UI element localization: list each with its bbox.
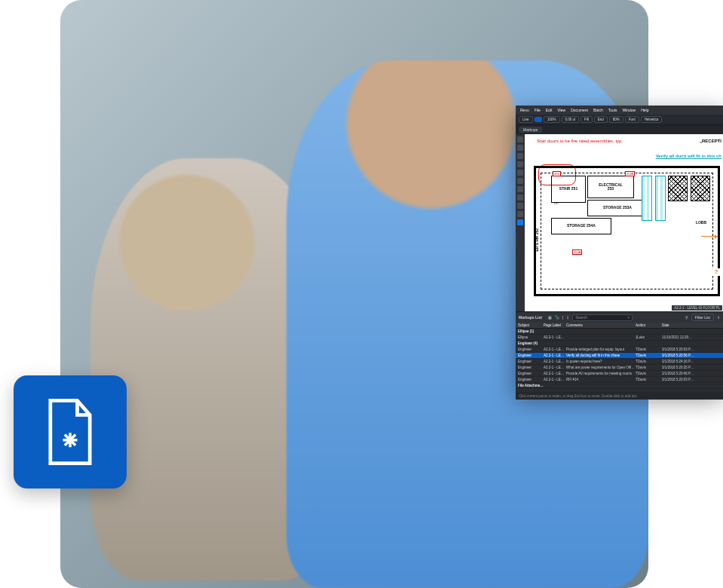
document-spark-icon (43, 399, 97, 465)
opacity-display[interactable]: 80% (609, 116, 623, 123)
duct-highlight[interactable] (642, 176, 652, 221)
menu-item[interactable]: Batch (593, 108, 603, 112)
room-label: ELECTRICAL 253 (599, 183, 623, 191)
menu-item[interactable]: Edit (546, 108, 553, 112)
line-tool-button[interactable]: Line (519, 116, 533, 123)
cell: Verify all ducting will fit in this chas… (566, 354, 636, 357)
annotation-red[interactable]: Stair doors to be fire rated assemblies,… (537, 139, 623, 144)
table-row[interactable]: Engineer A2.2-1 - LEVE… What are power r… (516, 365, 723, 371)
rail-icon[interactable] (517, 211, 523, 217)
filter-list-button[interactable]: Filter List (691, 314, 714, 321)
end-button[interactable]: End (594, 116, 608, 123)
rail-icon[interactable] (517, 194, 523, 201)
rail-icon-active[interactable] (517, 219, 523, 225)
text-reception: „RECEPTI (700, 139, 721, 143)
table-row[interactable]: Engineer A2.2-1 - LEVE… Provide AV requi… (516, 371, 723, 377)
color-swatch[interactable] (535, 117, 543, 122)
table-row-selected[interactable]: Engineer A2.2-1 - LEVE… Verify all ducti… (516, 353, 723, 359)
tool-properties-toolbar: Line 100% 0.00 ul Fill End 80% Font Helv… (516, 115, 723, 125)
annotation-cyan[interactable]: Verify all ducti will fit in this ch (656, 154, 721, 159)
clear-search-icon[interactable]: × (627, 315, 630, 320)
room-label: STORAGE 253A (603, 206, 632, 210)
col-subject[interactable]: Subject (518, 323, 544, 327)
cell: A2.2-1 - LEVE… (544, 366, 566, 369)
zoom-display[interactable]: 100% (544, 116, 560, 123)
document-tabs: Markups (516, 125, 723, 134)
cell: A2.2-1 - LEVE… (544, 372, 566, 375)
rail-icon[interactable] (517, 136, 523, 142)
room-label: STORAGE 254A (567, 224, 596, 228)
table-row[interactable]: Engineer A2.2-1 - LEVE… Provide enlarged… (516, 347, 723, 353)
font-label: Font (625, 116, 639, 123)
question-callout[interactable]: ? (712, 268, 720, 276)
cell: TDavis (636, 372, 662, 375)
rail-icon[interactable] (517, 170, 523, 176)
columns-icon[interactable]: ▦ (548, 315, 552, 320)
menu-item[interactable]: Document (571, 108, 588, 112)
room-storage-a: STORAGE 253A (587, 200, 648, 216)
dim-label: 253B (625, 171, 635, 176)
cell: 3/1/2018 5:20:03 P… (662, 348, 700, 351)
menu-item[interactable]: Tools (608, 108, 617, 112)
cell: TDavis (636, 378, 662, 381)
fill-button[interactable]: Fill (581, 116, 593, 123)
cell: Is power required here? (566, 360, 636, 363)
group-label: Ellipse (1) (518, 329, 544, 333)
room-storage-b: STORAGE 254A (551, 218, 611, 234)
menu-item[interactable]: View (557, 108, 565, 112)
col-page[interactable]: Page Label (544, 323, 566, 327)
left-tool-rail (516, 134, 525, 311)
menu-item[interactable]: File (535, 108, 541, 112)
rail-icon[interactable] (517, 186, 523, 192)
menu-item[interactable]: Revu (520, 108, 529, 112)
font-select[interactable]: Helvetica (641, 116, 663, 123)
attach-icon[interactable]: 📎 (555, 315, 559, 320)
filter-icon[interactable]: ⚲ (685, 315, 688, 320)
floor-plan: ER'S RM 252 STAIR 251 UP ELECTRICAL 253 … (534, 166, 720, 296)
table-row[interactable]: Ellipse A2.2-1 - LEVE… JLuke 11/10/2021 … (516, 335, 723, 341)
rail-icon[interactable] (517, 145, 523, 151)
import-icon[interactable]: ⇩ (566, 315, 569, 320)
feature-icon-card (14, 375, 127, 488)
room-lobby: LOBB (688, 212, 715, 234)
room-label: ER'S RM 252 (535, 228, 539, 251)
col-author[interactable]: Author (636, 323, 662, 327)
table-row[interactable]: Engineer A2.2-1 - LEVE… Is power require… (516, 359, 723, 365)
cell: TDavis (636, 360, 662, 363)
cell: A2.2-1 - LEVE… (544, 335, 566, 339)
markups-panel-header: Markups List ▦ 📎 | ⇩ Search × ⚲ Filter L… (516, 312, 723, 323)
rail-icon[interactable] (517, 153, 523, 159)
cell: Provide enlarged plan for equip. layout (566, 348, 636, 351)
cell: 11/10/2021 12:29… (662, 335, 700, 339)
divider-icon: | (562, 315, 563, 320)
search-input[interactable]: Search × (572, 314, 633, 321)
cell: Engineer (518, 378, 544, 381)
markups-table: Subject Page Label Comments Author Date … (516, 323, 723, 392)
room-stair: STAIR 251 (551, 176, 586, 203)
cell: 3/1/2018 5:24:16 P… (662, 360, 700, 363)
cell: What are power requirements for Open Off… (566, 366, 636, 369)
group-row[interactable]: Engineer (4) (516, 341, 723, 347)
export-icon[interactable]: ⇪ (717, 315, 720, 320)
duct-highlight[interactable] (655, 176, 666, 221)
dim-label: 201 (553, 171, 561, 176)
col-comments[interactable]: Comments (566, 323, 636, 327)
rail-icon[interactable] (517, 161, 523, 167)
table-row[interactable]: Engineer A2.2-1 - LEVE… RFI #14 TDavis 3… (516, 377, 723, 383)
cell: 3/1/2018 5:20:35 P… (662, 366, 700, 369)
cell: Engineer (518, 372, 544, 375)
rail-icon[interactable] (517, 178, 523, 184)
group-row[interactable]: File Attachment (1) (516, 383, 723, 389)
drawing-canvas[interactable]: Stair doors to be fire rated assemblies,… (525, 134, 723, 311)
arrow-markup[interactable] (701, 236, 718, 237)
cell: TDavis (636, 366, 662, 369)
cell: RFI #14 (566, 378, 636, 381)
menu-item[interactable]: Window (622, 108, 636, 112)
cell: Ellipse (518, 335, 544, 339)
tab-markups[interactable]: Markups (519, 127, 542, 133)
col-date[interactable]: Date (662, 323, 700, 327)
workspace: Stair doors to be fire rated assemblies,… (516, 134, 723, 311)
group-row[interactable]: Ellipse (1) (516, 329, 723, 335)
menu-item[interactable]: Help (641, 108, 648, 112)
rail-icon[interactable] (517, 203, 523, 209)
